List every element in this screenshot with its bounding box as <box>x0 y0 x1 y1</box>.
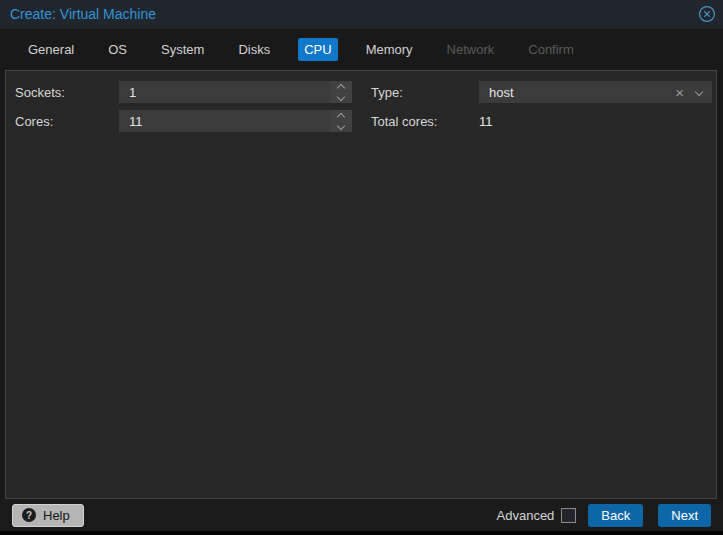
help-circle-icon: ? <box>22 508 36 522</box>
cpu-form-panel: Sockets: 1 Cores: 11 <box>5 70 717 499</box>
advanced-label: Advanced <box>497 508 555 523</box>
type-value[interactable]: host <box>479 85 675 100</box>
sockets-value[interactable]: 1 <box>119 85 330 100</box>
chevron-down-icon[interactable] <box>337 92 345 100</box>
tab-system[interactable]: System <box>155 38 210 61</box>
wizard-tab-bar: General OS System Disks CPU Memory Netwo… <box>0 29 723 70</box>
chevron-up-icon[interactable] <box>337 83 345 91</box>
type-row: Type: host × <box>371 81 712 103</box>
cores-input[interactable]: 11 <box>119 110 352 132</box>
tab-disks[interactable]: Disks <box>232 38 276 61</box>
type-label: Type: <box>371 85 479 100</box>
tab-network: Network <box>441 38 501 61</box>
help-button-label: Help <box>43 508 70 523</box>
clear-icon[interactable]: × <box>675 85 684 100</box>
close-icon[interactable] <box>698 5 716 23</box>
sockets-spinner <box>330 81 352 103</box>
tab-memory[interactable]: Memory <box>360 38 419 61</box>
footer-actions: Advanced Back Next <box>497 504 711 527</box>
chevron-down-icon[interactable] <box>337 121 345 129</box>
help-button[interactable]: ? Help <box>12 504 84 527</box>
tab-general[interactable]: General <box>22 38 80 61</box>
back-button[interactable]: Back <box>588 504 643 527</box>
create-vm-dialog: Create: Virtual Machine General OS Syste… <box>0 0 723 535</box>
type-combobox[interactable]: host × <box>479 81 712 103</box>
sockets-label: Sockets: <box>15 85 119 100</box>
cores-value[interactable]: 11 <box>119 114 330 129</box>
next-button[interactable]: Next <box>658 504 711 527</box>
tab-confirm: Confirm <box>522 38 580 61</box>
tab-cpu[interactable]: CPU <box>298 38 337 61</box>
cores-spinner <box>330 110 352 132</box>
form-left-column: Sockets: 1 Cores: 11 <box>15 81 352 139</box>
advanced-checkbox[interactable] <box>561 508 576 523</box>
total-cores-row: Total cores: 11 <box>371 110 712 132</box>
form-right-column: Type: host × Total cores: 11 <box>371 81 712 139</box>
dialog-titlebar: Create: Virtual Machine <box>0 0 723 29</box>
chevron-up-icon[interactable] <box>337 112 345 120</box>
dialog-title: Create: Virtual Machine <box>10 6 156 22</box>
total-cores-value: 11 <box>479 114 493 129</box>
sockets-row: Sockets: 1 <box>15 81 352 103</box>
sockets-input[interactable]: 1 <box>119 81 352 103</box>
tab-os[interactable]: OS <box>102 38 133 61</box>
dialog-footer: ? Help Advanced Back Next <box>0 499 723 531</box>
combo-icons: × <box>675 85 712 100</box>
total-cores-label: Total cores: <box>371 114 479 129</box>
window-bottom-edge <box>0 531 723 535</box>
chevron-down-icon[interactable] <box>695 88 703 96</box>
cores-label: Cores: <box>15 114 119 129</box>
cores-row: Cores: 11 <box>15 110 352 132</box>
